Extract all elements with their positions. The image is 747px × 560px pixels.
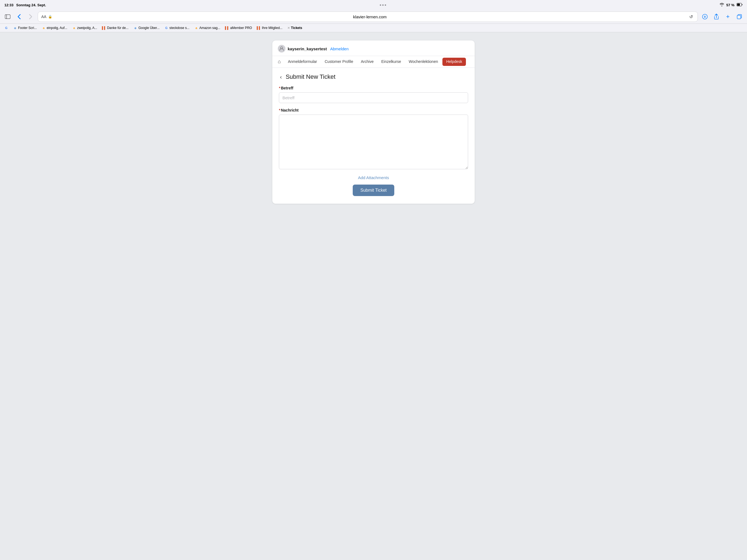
bookmark-mitglied[interactable]: ▌▌ Ihre Mitglied...	[255, 25, 285, 31]
steckdose-icon: G	[164, 26, 169, 30]
browser-toolbar: AA 🔒 klavier-lernen.com ↺ +	[0, 10, 747, 24]
user-avatar-icon	[278, 45, 285, 52]
betreff-field-group: * Betreff	[279, 86, 468, 103]
amember-icon: ▌▌	[225, 26, 229, 30]
bookmark-label: Ihre Mitglied...	[262, 26, 282, 30]
bookmark-amember[interactable]: ▌▌ aMember PRO	[223, 25, 254, 31]
bookmark-tickets[interactable]: ✕ Tickets	[285, 25, 304, 31]
bookmark-einpolig[interactable]: a einpolig, Auf...	[40, 25, 70, 31]
nav-tabs: ⌂ Anmeldeformular Customer Profile Archi…	[272, 56, 475, 68]
mitglied-icon: ▌▌	[257, 26, 261, 30]
bookmark-label: aMember PRO	[230, 26, 252, 30]
betreff-label: * Betreff	[279, 86, 468, 90]
dot1	[380, 4, 381, 6]
bookmark-zweipolig[interactable]: a zweipolig, A...	[70, 25, 99, 31]
nachricht-label: * Nachricht	[279, 108, 468, 112]
betreff-input[interactable]	[279, 93, 468, 103]
form-title-row: ‹ Submit New Ticket	[279, 73, 468, 80]
zweipolig-icon: a	[72, 26, 76, 30]
url-display: klavier-lernen.com	[54, 15, 686, 19]
bookmark-label: Tickets	[291, 26, 302, 30]
tab-archive[interactable]: Archive	[357, 56, 378, 68]
bookmark-danke[interactable]: ▌▌ Danke für de...	[100, 25, 131, 31]
three-dots	[380, 4, 386, 6]
submit-row: Submit Ticket	[279, 184, 468, 196]
svg-rect-5	[737, 15, 741, 19]
main-card: kayserin_kaysertest Abmelden ⌂ Anmeldefo…	[272, 41, 475, 204]
battery-icon	[737, 3, 743, 7]
bookmark-g[interactable]: G	[2, 25, 10, 31]
google-bookmark-icon: G	[4, 26, 8, 30]
betreff-label-text: Betreff	[281, 86, 293, 90]
bookmarks-bar: G ◈ Footer Scri... a einpolig, Auf... a …	[0, 24, 747, 32]
danke-icon: ▌▌	[102, 26, 106, 30]
nachricht-textarea[interactable]	[279, 114, 468, 169]
tab-customer-profile[interactable]: Customer Profile	[321, 56, 357, 68]
required-star-nachricht: *	[279, 108, 280, 112]
tab-einzelkurse[interactable]: Einzelkurse	[377, 56, 405, 68]
tabs-button[interactable]	[735, 12, 744, 21]
bookmark-label: Footer Scri...	[18, 26, 37, 30]
tab-anmeldeformular[interactable]: Anmeldeformular	[284, 56, 321, 68]
bookmark-label: zweipolig, A...	[77, 26, 97, 30]
browser-back-button[interactable]	[15, 12, 24, 21]
tab-home[interactable]: ⌂	[275, 56, 284, 68]
svg-rect-2	[5, 15, 10, 19]
tickets-icon: ✕	[287, 26, 290, 30]
username: kayserin_kaysertest	[288, 47, 327, 51]
bookmark-label: Danke für de...	[107, 26, 129, 30]
amazon-sag-icon: a	[195, 26, 198, 30]
add-attachments-link[interactable]: Add Attachments	[358, 175, 389, 180]
submit-ticket-button[interactable]: Submit Ticket	[353, 184, 394, 196]
download-button[interactable]	[700, 12, 709, 21]
page-content: kayserin_kaysertest Abmelden ⌂ Anmeldefo…	[0, 32, 747, 559]
address-bar[interactable]: AA 🔒 klavier-lernen.com ↺	[38, 11, 698, 22]
back-icon: ‹	[280, 74, 282, 80]
google-ue-icon: ◈	[133, 26, 137, 30]
svg-rect-1	[737, 4, 740, 6]
lock-icon: 🔒	[48, 15, 52, 19]
einpolig-icon: a	[42, 26, 46, 30]
reload-button[interactable]: ↺	[688, 14, 694, 20]
bookmark-footer-scri[interactable]: ◈ Footer Scri...	[11, 25, 39, 31]
back-button[interactable]: ‹	[279, 74, 283, 80]
browser-forward-button[interactable]	[26, 12, 35, 21]
new-tab-button[interactable]: +	[723, 12, 732, 21]
status-left: 12:33 Sonntag 24. Sept.	[4, 3, 46, 7]
battery-label: 57 %	[726, 3, 735, 7]
dot2	[382, 4, 384, 6]
share-button[interactable]	[712, 12, 721, 21]
tab-wochenlektionen[interactable]: Wochenlektionen	[405, 56, 442, 68]
nachricht-label-text: Nachricht	[281, 108, 299, 112]
status-right: 57 %	[720, 3, 743, 7]
wifi-icon	[720, 3, 724, 7]
bookmark-google-ue[interactable]: ◈ Google Über...	[131, 25, 162, 31]
sidebar-toggle-button[interactable]	[3, 12, 12, 21]
bookmark-amazon-sag[interactable]: a Amazon sag...	[192, 25, 223, 31]
bookmark-label: steckdose s...	[170, 26, 189, 30]
logout-link[interactable]: Abmelden	[330, 47, 349, 51]
form-area: ‹ Submit New Ticket * Betreff * Nachrich…	[272, 68, 475, 204]
bookmark-label: einpolig, Auf...	[47, 26, 67, 30]
footer-scri-icon: ◈	[13, 26, 17, 30]
attachments-row: Add Attachments	[279, 175, 468, 180]
aa-label: AA	[41, 15, 47, 19]
time: 12:33	[4, 3, 14, 7]
form-title: Submit New Ticket	[286, 73, 335, 80]
user-header: kayserin_kaysertest Abmelden	[272, 41, 475, 56]
status-bar: 12:33 Sonntag 24. Sept. 57 %	[0, 0, 747, 10]
bookmark-label: Amazon sag...	[199, 26, 221, 30]
required-star-betreff: *	[279, 86, 280, 90]
bookmark-steckdose[interactable]: G steckdose s...	[162, 25, 192, 31]
tab-helpdesk[interactable]: Helpdesk	[442, 58, 466, 66]
bookmark-label: Google Über...	[138, 26, 159, 30]
date: Sonntag 24. Sept.	[16, 3, 46, 7]
nachricht-field-group: * Nachricht	[279, 108, 468, 170]
dot3	[385, 4, 386, 6]
